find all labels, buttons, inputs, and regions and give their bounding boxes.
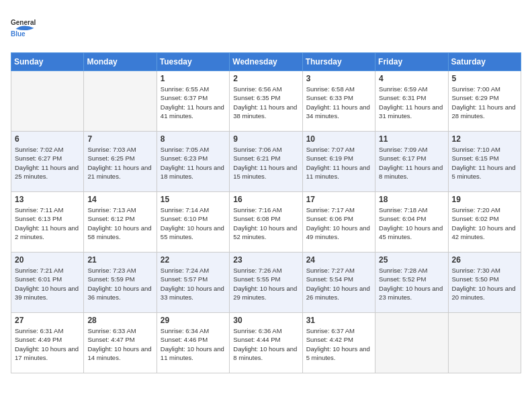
day-number: 14 — [87, 195, 152, 204]
day-number: 15 — [161, 195, 226, 204]
day-info: Sunrise: 7:11 AM Sunset: 6:13 PM Dayligh… — [15, 205, 80, 241]
sunrise-text: Sunrise: 7:09 AM — [379, 146, 427, 153]
sunset-text: Sunset: 6:15 PM — [452, 154, 499, 162]
calendar-cell: 22 Sunrise: 7:24 AM Sunset: 5:57 PM Dayl… — [157, 253, 229, 313]
daylight-text: Daylight: 10 hours and 23 minutes. — [379, 285, 443, 301]
calendar-cell: 28 Sunrise: 6:33 AM Sunset: 4:47 PM Dayl… — [84, 313, 157, 373]
day-number: 16 — [233, 195, 298, 204]
calendar-cell: 2 Sunrise: 6:56 AM Sunset: 6:35 PM Dayli… — [230, 71, 302, 132]
day-number: 23 — [233, 255, 298, 265]
sunrise-text: Sunrise: 6:33 AM — [87, 327, 136, 334]
day-number: 8 — [161, 134, 226, 144]
day-info: Sunrise: 7:07 AM Sunset: 6:19 PM Dayligh… — [306, 145, 371, 181]
sunrise-text: Sunrise: 7:28 AM — [379, 267, 427, 274]
day-number: 5 — [452, 74, 517, 83]
calendar-cell: 11 Sunrise: 7:09 AM Sunset: 6:17 PM Dayl… — [375, 132, 448, 192]
daylight-text: Daylight: 11 hours and 38 minutes. — [233, 103, 297, 120]
day-number: 22 — [161, 255, 226, 265]
sunset-text: Sunset: 4:49 PM — [15, 336, 62, 343]
day-number: 31 — [306, 316, 371, 325]
day-number: 19 — [452, 195, 517, 204]
calendar-cell — [11, 71, 84, 132]
daylight-text: Daylight: 10 hours and 8 minutes. — [233, 345, 297, 361]
day-number: 9 — [233, 134, 298, 144]
calendar-cell: 4 Sunrise: 6:59 AM Sunset: 6:31 PM Dayli… — [375, 71, 448, 132]
sunset-text: Sunset: 6:02 PM — [452, 215, 499, 222]
sunrise-text: Sunrise: 7:16 AM — [233, 206, 281, 214]
calendar-cell: 27 Sunrise: 6:31 AM Sunset: 4:49 PM Dayl… — [11, 313, 84, 373]
week-row-3: 13 Sunrise: 7:11 AM Sunset: 6:13 PM Dayl… — [11, 192, 521, 253]
daylight-text: Daylight: 11 hours and 15 minutes. — [233, 164, 297, 180]
day-number: 25 — [379, 255, 444, 265]
day-number: 21 — [87, 255, 152, 265]
sunrise-text: Sunrise: 7:14 AM — [161, 206, 209, 214]
day-info: Sunrise: 7:23 AM Sunset: 5:59 PM Dayligh… — [87, 266, 152, 302]
sunrise-text: Sunrise: 7:18 AM — [379, 206, 427, 214]
calendar-cell: 17 Sunrise: 7:17 AM Sunset: 6:06 PM Dayl… — [302, 192, 375, 253]
day-info: Sunrise: 7:21 AM Sunset: 6:01 PM Dayligh… — [15, 266, 80, 302]
calendar-cell: 12 Sunrise: 7:10 AM Sunset: 6:15 PM Dayl… — [448, 132, 521, 192]
day-info: Sunrise: 7:00 AM Sunset: 6:29 PM Dayligh… — [452, 85, 517, 120]
sunset-text: Sunset: 4:47 PM — [87, 336, 134, 343]
week-row-2: 6 Sunrise: 7:02 AM Sunset: 6:27 PM Dayli… — [11, 132, 521, 192]
sunrise-text: Sunrise: 6:31 AM — [15, 327, 63, 334]
sunset-text: Sunset: 6:27 PM — [15, 154, 62, 162]
day-number: 1 — [161, 74, 226, 83]
sunset-text: Sunset: 6:37 PM — [161, 94, 208, 101]
logo: General Blue — [11, 11, 44, 44]
daylight-text: Daylight: 10 hours and 14 minutes. — [87, 345, 151, 361]
daylight-text: Daylight: 11 hours and 8 minutes. — [379, 164, 443, 180]
day-info: Sunrise: 6:37 AM Sunset: 4:42 PM Dayligh… — [306, 326, 371, 362]
sunrise-text: Sunrise: 6:56 AM — [233, 85, 281, 93]
sunrise-text: Sunrise: 7:00 AM — [452, 85, 500, 93]
calendar-cell: 10 Sunrise: 7:07 AM Sunset: 6:19 PM Dayl… — [302, 132, 375, 192]
day-info: Sunrise: 7:13 AM Sunset: 6:12 PM Dayligh… — [87, 205, 152, 241]
logo-icon: General Blue — [11, 11, 44, 44]
day-info: Sunrise: 6:34 AM Sunset: 4:46 PM Dayligh… — [161, 326, 226, 362]
daylight-text: Daylight: 11 hours and 5 minutes. — [452, 164, 516, 180]
daylight-text: Daylight: 11 hours and 11 minutes. — [306, 164, 370, 180]
day-info: Sunrise: 7:10 AM Sunset: 6:15 PM Dayligh… — [452, 145, 517, 181]
sunset-text: Sunset: 6:35 PM — [233, 94, 280, 101]
day-number: 13 — [15, 195, 80, 204]
daylight-text: Daylight: 11 hours and 21 minutes. — [87, 164, 151, 180]
col-header-thursday: Thursday — [302, 53, 375, 71]
col-header-wednesday: Wednesday — [230, 53, 302, 71]
day-info: Sunrise: 6:55 AM Sunset: 6:37 PM Dayligh… — [161, 85, 226, 120]
daylight-text: Daylight: 11 hours and 31 minutes. — [379, 103, 443, 120]
sunset-text: Sunset: 6:25 PM — [87, 154, 134, 162]
sunset-text: Sunset: 6:23 PM — [161, 154, 208, 162]
calendar-cell: 14 Sunrise: 7:13 AM Sunset: 6:12 PM Dayl… — [84, 192, 157, 253]
daylight-text: Daylight: 11 hours and 18 minutes. — [161, 164, 224, 180]
calendar-cell: 3 Sunrise: 6:58 AM Sunset: 6:33 PM Dayli… — [302, 71, 375, 132]
sunrise-text: Sunrise: 7:17 AM — [306, 206, 355, 214]
sunrise-text: Sunrise: 7:21 AM — [15, 267, 63, 274]
day-info: Sunrise: 6:36 AM Sunset: 4:44 PM Dayligh… — [233, 326, 298, 362]
sunrise-text: Sunrise: 7:20 AM — [452, 206, 500, 214]
day-number: 3 — [306, 74, 371, 83]
day-number: 4 — [379, 74, 444, 83]
day-number: 20 — [15, 255, 80, 265]
calendar-cell: 29 Sunrise: 6:34 AM Sunset: 4:46 PM Dayl… — [157, 313, 229, 373]
sunrise-text: Sunrise: 6:34 AM — [161, 327, 209, 334]
day-number: 30 — [233, 316, 298, 325]
sunrise-text: Sunrise: 7:11 AM — [15, 206, 63, 214]
daylight-text: Daylight: 10 hours and 49 minutes. — [306, 224, 370, 240]
sunset-text: Sunset: 5:54 PM — [306, 275, 353, 283]
sunrise-text: Sunrise: 7:02 AM — [15, 146, 63, 153]
sunset-text: Sunset: 5:57 PM — [161, 275, 208, 283]
calendar-cell — [375, 313, 448, 373]
calendar-cell: 7 Sunrise: 7:03 AM Sunset: 6:25 PM Dayli… — [84, 132, 157, 192]
sunrise-text: Sunrise: 7:23 AM — [87, 267, 136, 274]
daylight-text: Daylight: 10 hours and 52 minutes. — [233, 224, 297, 240]
calendar-cell: 26 Sunrise: 7:30 AM Sunset: 5:50 PM Dayl… — [448, 253, 521, 313]
sunrise-text: Sunrise: 7:13 AM — [87, 206, 136, 214]
day-number: 27 — [15, 316, 80, 325]
day-info: Sunrise: 7:05 AM Sunset: 6:23 PM Dayligh… — [161, 145, 226, 181]
day-number: 26 — [452, 255, 517, 265]
day-number: 6 — [15, 134, 80, 144]
calendar-cell: 5 Sunrise: 7:00 AM Sunset: 6:29 PM Dayli… — [448, 71, 521, 132]
day-info: Sunrise: 7:20 AM Sunset: 6:02 PM Dayligh… — [452, 205, 517, 241]
day-number: 10 — [306, 134, 371, 144]
sunset-text: Sunset: 6:08 PM — [233, 215, 280, 222]
